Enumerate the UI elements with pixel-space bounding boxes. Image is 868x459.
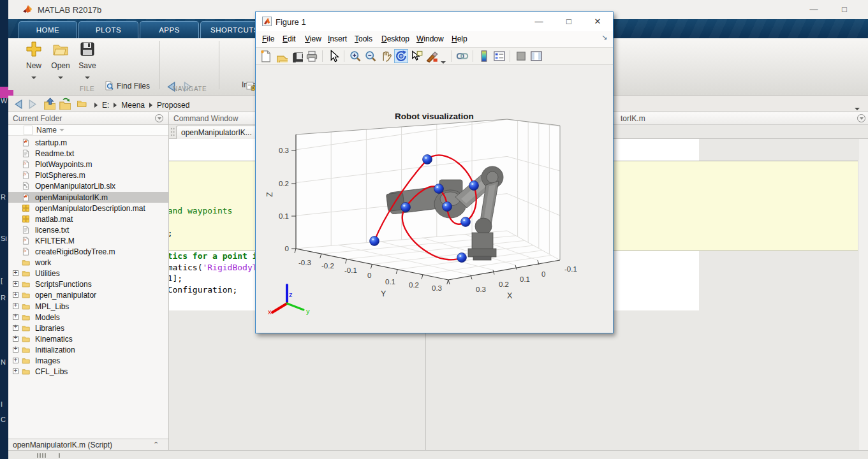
open-button[interactable]: Open (48, 40, 73, 91)
file-row[interactable]: open_manipulator (8, 289, 169, 300)
expand-icon[interactable] (13, 281, 18, 287)
file-name[interactable]: Models (35, 313, 60, 322)
svg-text:0.1: 0.1 (279, 212, 289, 220)
file-name[interactable]: Initialization (35, 346, 75, 354)
background-text-fragment: [ (1, 277, 3, 284)
file-name[interactable]: Libraries (35, 324, 64, 333)
minimize-button[interactable]: — (803, 3, 825, 17)
file-list-column-header[interactable]: Name (8, 125, 168, 136)
expand-icon[interactable] (13, 336, 18, 342)
back-arrow-icon[interactable] (13, 98, 24, 112)
address-dropdown-icon[interactable] (855, 101, 860, 113)
file-name[interactable]: createRigidBodyTree.m (35, 247, 115, 256)
expand-icon[interactable] (13, 303, 18, 309)
file-row[interactable]: Images (8, 355, 169, 366)
file-name[interactable]: CFL_Libs (35, 367, 68, 376)
ribbon-tab-plots[interactable]: PLOTS (78, 21, 138, 38)
current-folder-header[interactable]: Current Folder (8, 112, 168, 125)
figure-window[interactable]: Figure 1 — □ ✕ FileEditViewInsertToolsDe… (255, 11, 614, 333)
file-name[interactable]: ScriptsFunctions (35, 280, 92, 289)
file-name[interactable]: MPL_Libs (35, 302, 69, 311)
file-row[interactable]: openManipulatorDescription.mat (8, 203, 169, 214)
file-row[interactable]: openManipulatorIK.m (8, 192, 169, 203)
file-name[interactable]: license.txt (35, 226, 69, 235)
file-row[interactable]: Initialization (8, 344, 169, 355)
file-row[interactable]: fxPlotWaypoints.m (8, 159, 169, 170)
dropdown-caret-icon[interactable] (85, 76, 90, 79)
file-row[interactable]: OpenManipulatorLib.slx (8, 180, 169, 191)
breadcrumb-segment[interactable]: E: (102, 101, 109, 110)
breadcrumb-segment[interactable]: Proposed (157, 101, 189, 110)
file-row[interactable]: fxKFILTER.M (8, 235, 169, 246)
file-row[interactable]: startup.m (8, 137, 169, 148)
browse-folder-icon[interactable] (59, 98, 71, 112)
dropdown-caret-icon[interactable] (58, 76, 63, 79)
file-row[interactable]: Utilities (8, 268, 169, 279)
svg-text:0.3: 0.3 (432, 284, 442, 292)
drag-handle-icon[interactable] (170, 127, 175, 136)
file-name[interactable]: openManipulatorIK.m (35, 193, 108, 202)
file-name[interactable]: PlotWaypoints.m (35, 160, 92, 169)
file-row[interactable]: Readme.txt (8, 148, 169, 159)
window-title: MATLAB R2017b (38, 5, 101, 15)
file-row[interactable]: matlab.mat (8, 214, 169, 224)
expand-icon[interactable] (13, 270, 18, 276)
sort-arrow-icon[interactable] (59, 129, 64, 131)
breadcrumb-segment[interactable]: Meena (121, 101, 145, 110)
find-files-button[interactable]: Find Files (104, 80, 150, 93)
expand-icon[interactable] (13, 368, 18, 374)
folder-icon (22, 324, 30, 334)
file-name[interactable]: Utilities (35, 269, 60, 278)
editor-tab[interactable]: openManipulatorIK... (176, 126, 260, 139)
file-row[interactable]: ScriptsFunctions (8, 279, 169, 289)
file-name[interactable]: matlab.mat (35, 215, 73, 224)
file-row[interactable]: fxPlotSpheres.m (8, 170, 169, 180)
file-name[interactable]: work (35, 258, 51, 267)
background-color-fragment (0, 87, 8, 98)
file-row[interactable]: Models (8, 312, 169, 323)
breadcrumb-separator-icon (114, 103, 117, 108)
collapse-details-icon[interactable]: ⌃ (153, 441, 159, 449)
expand-icon[interactable] (13, 314, 18, 320)
file-name[interactable]: Images (35, 356, 60, 365)
file-name[interactable]: PlotSpheres.m (35, 171, 85, 180)
file-details-bar[interactable]: openManipulatorIK.m (Script) ⌃ (8, 439, 168, 450)
svg-text:0.3: 0.3 (476, 286, 486, 293)
file-row[interactable]: fxcreateRigidBodyTree.m (8, 246, 169, 257)
save-button[interactable]: Save (75, 40, 100, 91)
svg-text:Y: Y (381, 289, 386, 298)
expand-icon[interactable] (13, 358, 18, 363)
file-row[interactable]: MPL_Libs (8, 301, 169, 312)
panel-menu-icon[interactable] (155, 114, 163, 122)
expand-icon[interactable] (13, 292, 18, 298)
file-row[interactable]: Libraries (8, 323, 169, 333)
file-name[interactable]: Kinematics (35, 335, 73, 344)
background-text-fragment: R (1, 294, 6, 302)
file-row[interactable]: Kinematics (8, 333, 169, 344)
maximize-button[interactable]: □ (834, 3, 855, 17)
file-name[interactable]: OpenManipulatorLib.slx (35, 182, 115, 191)
up-folder-icon[interactable] (43, 98, 55, 112)
svg-text:0.3: 0.3 (279, 147, 289, 154)
editor-panel-menu-icon[interactable] (857, 114, 865, 122)
name-column-header[interactable]: Name (36, 126, 57, 135)
file-name[interactable]: Readme.txt (35, 149, 74, 158)
file-name[interactable]: KFILTER.M (35, 237, 75, 245)
dropdown-caret-icon[interactable] (31, 76, 36, 79)
ribbon-tab-apps[interactable]: APPS (140, 21, 199, 38)
ribbon-tab-home[interactable]: HOME (18, 21, 77, 38)
expand-icon[interactable] (13, 347, 18, 353)
expand-icon[interactable] (13, 325, 18, 331)
background-text-fragment: C (1, 416, 6, 423)
file-row[interactable]: license.txt (8, 224, 169, 235)
file-name[interactable]: open_manipulator (35, 291, 96, 300)
svg-text:fx: fx (24, 173, 27, 177)
robot-3d-plot[interactable]: 00.10.20.3-0.3-0.2-0.100.10.20.30.30.20.… (256, 12, 613, 333)
forward-arrow-icon[interactable] (27, 98, 38, 112)
file-name[interactable]: startup.m (35, 138, 67, 147)
new-button[interactable]: New (21, 40, 47, 91)
file-name[interactable]: openManipulatorDescription.mat (35, 204, 145, 213)
file-row[interactable]: CFL_Libs (8, 366, 169, 377)
file-row[interactable]: work (8, 257, 169, 268)
close-button[interactable]: ✕ (863, 3, 868, 17)
